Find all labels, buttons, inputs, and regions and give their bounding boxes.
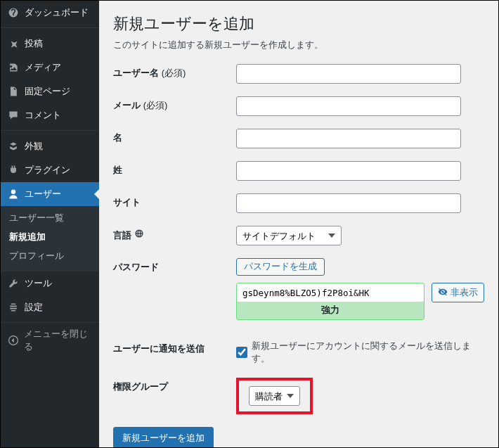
menu-separator xyxy=(1,127,99,131)
username-input[interactable] xyxy=(236,64,461,84)
firstname-label: 名 xyxy=(113,129,236,144)
password-label: パスワード xyxy=(113,258,236,274)
user-icon xyxy=(6,187,20,201)
sidebar-item-label: 設定 xyxy=(25,301,43,314)
page-title: 新規ユーザーを追加 xyxy=(113,13,484,34)
website-input[interactable] xyxy=(236,193,461,213)
sidebar-item-comments[interactable]: コメント xyxy=(1,103,99,127)
translate-icon xyxy=(134,230,144,241)
collapse-icon xyxy=(6,333,20,347)
language-select[interactable]: サイトデフォルト xyxy=(236,226,342,245)
tools-icon xyxy=(6,276,20,290)
lastname-input[interactable] xyxy=(236,161,461,181)
sidebar-item-label: ユーザー xyxy=(25,188,61,200)
collapse-label: メニューを閉じる xyxy=(24,328,93,353)
submenu-item-add-new[interactable]: 新規追加 xyxy=(1,228,99,247)
lastname-label: 姓 xyxy=(113,161,236,177)
sidebar-item-label: 投稿 xyxy=(25,37,43,50)
hide-password-button[interactable]: 非表示 xyxy=(432,283,484,302)
sidebar-item-label: 外観 xyxy=(25,140,43,153)
page-icon xyxy=(6,84,20,98)
email-label: メール (必須) xyxy=(113,96,236,112)
notify-label: ユーザーに通知を送信 xyxy=(113,340,236,355)
sidebar-item-tools[interactable]: ツール xyxy=(1,271,99,295)
sidebar-item-plugins[interactable]: プラグイン xyxy=(1,158,99,182)
role-select[interactable]: 購読者 xyxy=(249,386,300,406)
appearance-icon xyxy=(6,139,20,153)
notify-checkbox-label: 新規ユーザーにアカウントに関するメールを送信します。 xyxy=(252,340,484,365)
role-highlight-box: 購読者 xyxy=(236,378,313,414)
menu-separator xyxy=(1,25,99,28)
role-label: 権限グループ xyxy=(113,378,236,393)
password-strength-indicator: 強力 xyxy=(237,302,424,319)
password-input[interactable] xyxy=(237,283,424,302)
submenu-item-all-users[interactable]: ユーザー一覧 xyxy=(1,209,99,228)
email-input[interactable] xyxy=(236,96,461,116)
eye-slash-icon xyxy=(438,287,448,299)
settings-icon xyxy=(6,300,20,314)
pin-icon xyxy=(6,37,20,51)
sidebar-item-label: プラグイン xyxy=(25,164,70,177)
sidebar-item-label: コメント xyxy=(25,109,61,122)
sidebar-item-pages[interactable]: 固定ページ xyxy=(1,79,99,103)
add-user-submit-button[interactable]: 新規ユーザーを追加 xyxy=(113,427,214,447)
admin-sidebar: ダッシュボード 投稿 メディア 固定ページ コメント 外観 プラグイン ユーザー… xyxy=(1,1,99,447)
sidebar-item-posts[interactable]: 投稿 xyxy=(1,32,99,56)
sidebar-item-label: メディア xyxy=(25,61,61,74)
password-box: 強力 xyxy=(236,283,425,320)
sidebar-item-media[interactable]: メディア xyxy=(1,56,99,79)
sidebar-item-label: ダッシュボード xyxy=(25,6,89,19)
notify-checkbox-wrap[interactable]: 新規ユーザーにアカウントに関するメールを送信します。 xyxy=(236,340,484,365)
users-submenu: ユーザー一覧 新規追加 プロフィール xyxy=(1,206,99,271)
website-label: サイト xyxy=(113,193,236,209)
username-label: ユーザー名 (必須) xyxy=(113,64,236,79)
collapse-menu-button[interactable]: メニューを閉じる xyxy=(1,322,99,358)
sidebar-item-label: ツール xyxy=(25,277,52,290)
submenu-item-profile[interactable]: プロフィール xyxy=(1,247,99,266)
sidebar-item-label: 固定ページ xyxy=(25,85,70,98)
page-description: このサイトに追加する新規ユーザーを作成します。 xyxy=(113,39,484,51)
media-icon xyxy=(6,60,20,75)
language-label: 言語 xyxy=(113,226,236,242)
sidebar-item-users[interactable]: ユーザー xyxy=(1,182,99,206)
plugin-icon xyxy=(6,163,20,177)
firstname-input[interactable] xyxy=(236,129,461,148)
notify-checkbox[interactable] xyxy=(236,347,247,358)
main-content: 新規ユーザーを追加 このサイトに追加する新規ユーザーを作成します。 ユーザー名 … xyxy=(99,1,498,447)
sidebar-item-dashboard[interactable]: ダッシュボード xyxy=(1,1,99,25)
generate-password-button[interactable]: パスワードを生成 xyxy=(236,258,325,276)
dashboard-icon xyxy=(6,6,20,20)
sidebar-item-settings[interactable]: 設定 xyxy=(1,295,99,319)
sidebar-item-appearance[interactable]: 外観 xyxy=(1,134,99,158)
comment-icon xyxy=(6,108,20,122)
